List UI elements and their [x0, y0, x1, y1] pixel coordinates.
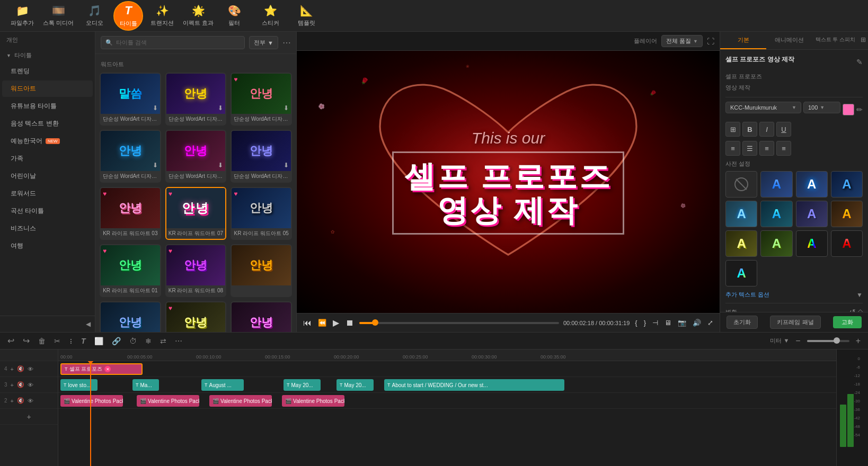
tiles-scroll[interactable]: 워드아트 말씀 ⬇ 단순성 WordArt 디자인... 안녕 ⬇ 단순성 Wo…: [95, 54, 296, 332]
tl-delete-button[interactable]: 🗑: [36, 336, 48, 346]
track-2-eye-icon[interactable]: 👁: [28, 398, 33, 404]
tile-kr-wordart-5b[interactable]: 안녕: [231, 244, 292, 297]
style-5[interactable]: A: [760, 201, 792, 227]
tl-link-button[interactable]: 🔗: [110, 336, 123, 346]
sidebar-item-curve[interactable]: 곡선 타이틀: [2, 203, 93, 219]
tl-minus-zoom[interactable]: −: [793, 335, 802, 347]
transform-reset-button[interactable]: ↺: [849, 308, 856, 312]
transform-diamond-icon[interactable]: ◇: [858, 308, 863, 312]
track-3-mute-icon[interactable]: 🔇: [17, 381, 24, 388]
tab-animation[interactable]: 애니메이션: [766, 32, 812, 49]
sidebar-item-wordart[interactable]: 워드아트: [2, 80, 93, 97]
playhead[interactable]: [90, 361, 91, 466]
track-2-mute-icon[interactable]: 🔇: [17, 397, 24, 404]
tl-add-track[interactable]: +: [0, 409, 58, 425]
tl-plus-zoom[interactable]: +: [854, 335, 863, 347]
sidebar-item-trending[interactable]: 트렌딩: [2, 63, 93, 79]
sidebar-item-business[interactable]: 비즈니스: [2, 220, 93, 237]
toolbar-audio[interactable]: 🎵 오디오: [77, 2, 111, 30]
progress-bar[interactable]: [359, 322, 559, 324]
style-12[interactable]: A: [725, 260, 757, 286]
tl-clip-love[interactable]: Tlove sto...: [60, 379, 98, 391]
expand-opts-icon[interactable]: ▼: [856, 291, 863, 299]
tl-clip-valentine-1[interactable]: 🎬Valentine Photos Pack ...: [60, 395, 123, 407]
tl-cut-button[interactable]: ✂: [52, 336, 63, 346]
bold-button[interactable]: B: [742, 122, 757, 137]
italic-button[interactable]: I: [759, 122, 774, 137]
track-4-eye-icon[interactable]: 👁: [28, 366, 33, 372]
style-4[interactable]: A: [725, 201, 757, 227]
tl-clip-may2[interactable]: TMay 20...: [336, 379, 374, 391]
justify-button[interactable]: ≡: [776, 141, 791, 156]
keyframe-panel-button[interactable]: 키프레임 패널: [770, 316, 820, 329]
tl-clip-valentine-3[interactable]: 🎬Valentine Photos Pack ...: [209, 395, 272, 407]
monitor-button[interactable]: 🖥: [663, 318, 672, 328]
sidebar-collapse-icon[interactable]: ◀: [86, 320, 91, 328]
tl-clip-valentine-2[interactable]: 🎬Valentine Photos Pack ...: [137, 395, 199, 407]
tile-wordart-2[interactable]: 안녕 ⬇ 단순성 WordArt 디자인 11: [165, 73, 227, 126]
style-9[interactable]: A: [760, 230, 792, 257]
tile-wordart-3[interactable]: 안녕 ♥ ⬇ 단순성 WordArt 디자인...: [231, 73, 292, 126]
style-7[interactable]: A: [831, 201, 863, 227]
play-button[interactable]: ▶: [332, 317, 340, 329]
style-10[interactable]: A: [796, 230, 828, 257]
progress-thumb[interactable]: [372, 319, 378, 326]
align-right-button[interactable]: ≡: [759, 141, 774, 156]
tl-redo-button[interactable]: ↪: [21, 335, 32, 347]
track-4-add-icon[interactable]: +: [11, 366, 14, 372]
toolbar-sticker[interactable]: ⭐ 스티커: [253, 2, 287, 30]
tile-wordart-6[interactable]: 안녕 ⬇ 단순성 WordArt 디자인...: [231, 130, 292, 183]
align-left-button[interactable]: ≡: [725, 141, 740, 156]
toolbar-stock-media[interactable]: 🎞️ 스톡 미디어: [41, 2, 75, 30]
tile-kr-wordart-1[interactable]: 안녕 ♥ KR 라이프 워드아트 03: [100, 187, 161, 240]
more-options-icon[interactable]: ⋯: [282, 38, 291, 48]
tile-kr-wordart-6b[interactable]: 안녕: [100, 301, 161, 332]
tl-more-buttons[interactable]: ⋯: [173, 336, 184, 346]
color-picker-icon[interactable]: ✏: [856, 105, 863, 114]
style-1[interactable]: A: [760, 171, 792, 198]
filter-dropdown[interactable]: 전부 ▼: [249, 36, 278, 49]
sidebar-item-lower3rd[interactable]: 로워서드: [2, 185, 93, 202]
tl-clip-about[interactable]: TAbout to start / WEDDING / Our new st..…: [384, 379, 564, 391]
tile-kr-wordart-7b[interactable]: 안녕 ♥: [165, 301, 227, 332]
style-none[interactable]: [725, 171, 757, 198]
color-swatch[interactable]: [843, 104, 854, 115]
style-11[interactable]: A: [831, 230, 863, 257]
zoom-track[interactable]: [807, 340, 849, 342]
tile-kr-wordart-4b[interactable]: 안녕 ♥ KR 라이프 워드아트 08: [165, 244, 227, 297]
tl-split-button[interactable]: ⫶: [67, 336, 75, 346]
insert-button[interactable]: ⊣: [651, 318, 659, 328]
track-3-add-icon[interactable]: +: [11, 382, 14, 388]
tile-kr-wordart-07[interactable]: 안녕 ♥ KR 라이프 워드아트 07: [165, 187, 227, 240]
style-2[interactable]: A: [796, 171, 828, 198]
track-4-mute-icon[interactable]: 🔇: [17, 365, 24, 372]
skip-back-button[interactable]: ⏮: [302, 317, 313, 329]
tl-clip-ma[interactable]: TMa...: [132, 379, 159, 391]
sidebar-item-family[interactable]: 가족: [2, 150, 93, 167]
additional-text-options[interactable]: 추가 텍스트 옵션: [725, 291, 769, 299]
toolbar-title[interactable]: T 타이틀: [113, 1, 143, 31]
fullscreen-button[interactable]: ⤢: [706, 318, 714, 328]
tl-swap-button[interactable]: ⇄: [158, 336, 169, 346]
tile-wordart-5[interactable]: 안녕 ⬇ 단순성 WordArt 디자인...: [165, 130, 227, 183]
expand-icon[interactable]: ⛶: [707, 37, 714, 46]
toolbar-file-add[interactable]: 📁 파일추가: [5, 2, 39, 30]
sidebar-item-childrens-day[interactable]: 어린이날: [2, 168, 93, 184]
mark-in-button[interactable]: {: [634, 318, 638, 328]
tl-crop-button[interactable]: ⬜: [92, 336, 105, 346]
tile-kr-wordart-05[interactable]: 안녕 ♥ KR 라이프 워드아트 05: [231, 187, 292, 240]
sidebar-item-youtube[interactable]: 유튜브용 타이틀: [2, 98, 93, 114]
tab-tts[interactable]: 텍스트 투 스피치: [812, 32, 858, 49]
underline-button[interactable]: U: [776, 122, 791, 137]
volume-button[interactable]: 🔊: [692, 318, 702, 328]
step-back-button[interactable]: ⏪: [317, 318, 327, 328]
tl-clip-august[interactable]: TAugust ...: [201, 379, 244, 391]
style-3[interactable]: A: [831, 171, 863, 198]
sidebar-item-audio-text[interactable]: 음성 텍스트 변환: [2, 115, 93, 132]
sidebar-personal[interactable]: 개인: [0, 32, 95, 48]
tile-kr-wordart-3b[interactable]: 안녕 ♥ KR 라이프 워드아트 01: [100, 244, 161, 297]
sidebar-item-travel[interactable]: 여행: [2, 238, 93, 254]
tl-text-button[interactable]: T: [79, 336, 88, 346]
tile-wordart-4[interactable]: 안녕 ⬇ 단순성 WordArt 디자인...: [100, 130, 161, 183]
tl-speed-button[interactable]: ⏱: [127, 336, 139, 346]
